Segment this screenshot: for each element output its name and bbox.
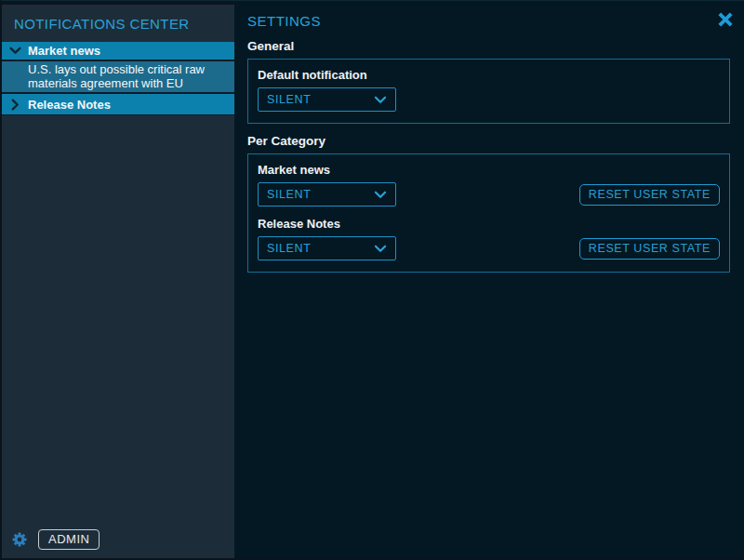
category-field-label: Market news [258,163,720,177]
per-category-heading: Per Category [247,134,730,148]
chevron-down-icon [374,245,387,253]
gear-icon[interactable] [11,531,28,548]
general-box: Default notification SILENT [247,59,730,124]
chevron-down-icon [9,45,21,57]
notifications-center-window: NOTIFICATIONS CENTER Market news U.S. la… [0,0,744,560]
settings-panel: SETTINGS General Default notification SI… [234,1,744,558]
sidebar-item-market-news[interactable]: Market news [2,42,234,61]
dropdown-value: SILENT [267,242,311,255]
admin-button[interactable]: ADMIN [38,529,100,550]
close-icon[interactable] [717,11,734,28]
dropdown-value: SILENT [267,188,311,201]
sidebar: NOTIFICATIONS CENTER Market news U.S. la… [2,1,234,558]
category-field-label: Release Notes [258,217,720,231]
reset-user-state-button-market-news[interactable]: RESET USER STATE [579,184,720,206]
default-notification-select[interactable]: SILENT [258,87,396,112]
default-notification-label: Default notification [258,68,720,82]
settings-title: SETTINGS [247,13,730,29]
chevron-right-icon [9,99,21,111]
sidebar-footer: ADMIN [11,529,100,550]
category-label: Market news [28,44,100,58]
per-category-group-release-notes: Release Notes SILENT RESET USER STATE [258,217,720,260]
sidebar-header-title: NOTIFICATIONS CENTER [2,5,234,42]
sidebar-item-release-notes[interactable]: Release Notes [2,94,234,115]
release-notes-notification-select[interactable]: SILENT [258,236,396,260]
chevron-down-icon [374,96,387,104]
dropdown-value: SILENT [267,93,311,106]
market-news-notification-select[interactable]: SILENT [258,182,396,207]
general-heading: General [247,39,730,53]
per-category-group-market-news: Market news SILENT RESET USER STATE [258,163,720,207]
category-label: Release Notes [28,98,111,112]
per-category-box: Market news SILENT RESET USER STATE Rele… [247,153,730,273]
chevron-down-icon [374,191,387,199]
news-item-us-raw-materials[interactable]: U.S. lays out possible critical raw mate… [2,61,234,94]
reset-user-state-button-release-notes[interactable]: RESET USER STATE [579,238,720,260]
